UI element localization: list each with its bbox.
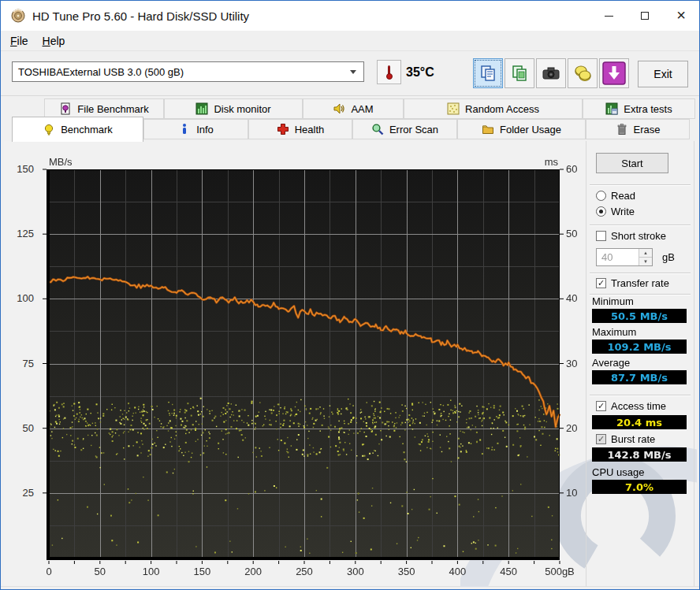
maximum-value: 109.2 MB/s xyxy=(592,340,687,354)
save-results-button[interactable] xyxy=(568,58,598,88)
checkbox-checked-icon: ✓ xyxy=(596,434,606,444)
separator xyxy=(590,184,691,185)
x-tick-label: 300 xyxy=(332,566,379,577)
x-tick-label: 250 xyxy=(281,566,328,577)
health-cross-icon xyxy=(277,123,289,135)
y-left-tick-label: 25 xyxy=(4,487,34,499)
export-button[interactable] xyxy=(599,58,629,88)
burst-rate-checkbox[interactable]: ✓ Burst rate xyxy=(596,433,655,445)
minimum-label: Minimum xyxy=(592,295,634,307)
copy-text-icon xyxy=(478,64,497,83)
separator xyxy=(590,273,691,273)
stepper-arrows[interactable]: ▲▼ xyxy=(639,249,652,265)
access-time-value: 20.4 ms xyxy=(592,415,687,429)
x-tick-label: 400 xyxy=(434,566,481,577)
arrow-down-icon: ▼ xyxy=(639,258,652,265)
screenshot-camera-icon xyxy=(541,63,561,83)
save-results-icon xyxy=(572,63,593,83)
export-download-icon xyxy=(602,61,626,85)
x-tick-label: 50 xyxy=(76,566,124,577)
maximize-icon xyxy=(641,12,649,20)
capacity-value: 40 xyxy=(601,251,612,263)
copy-text-button[interactable] xyxy=(473,58,503,88)
y-left-tick-label: 50 xyxy=(4,422,34,434)
window-title: HD Tune Pro 5.60 - Hard Disk/SSD Utility xyxy=(32,9,249,23)
folder-icon xyxy=(482,123,494,135)
toolbar: TOSHIBAExternal USB 3.0 (500 gB) 35°C xyxy=(1,51,699,96)
app-logo-icon xyxy=(11,9,25,23)
temperature-value: 35°C xyxy=(406,65,434,80)
thermometer-icon xyxy=(387,65,392,80)
minimize-icon xyxy=(605,16,613,17)
y-left-tick-label: 150 xyxy=(4,163,34,175)
controls-panel: Start Read Write Short stroke 40 ▲▼ gB xyxy=(586,141,694,587)
drive-selector-dropdown[interactable]: TOSHIBAExternal USB 3.0 (500 gB) xyxy=(12,61,364,82)
tab-aam[interactable]: AAM xyxy=(303,98,404,119)
tab-error-scan[interactable]: Error Scan xyxy=(352,119,457,139)
start-button[interactable]: Start xyxy=(596,153,668,173)
extra-tests-icon xyxy=(605,102,618,115)
x-tick-label: 100 xyxy=(128,566,175,577)
tab-folder-usage[interactable]: Folder Usage xyxy=(457,119,586,139)
copy-image-icon xyxy=(510,64,529,83)
chevron-down-icon xyxy=(350,70,356,74)
speaker-icon xyxy=(333,102,345,115)
lightbulb-icon xyxy=(43,124,55,136)
exit-button[interactable]: Exit xyxy=(638,61,688,87)
menu-file[interactable]: File xyxy=(3,31,35,50)
x-tick-label: 0 xyxy=(25,566,73,577)
minimum-value: 50.5 MB/s xyxy=(592,309,687,323)
y-left-tick-label: 100 xyxy=(4,292,34,304)
menu-bar: File Help xyxy=(1,31,699,51)
x-tick-label: 450 xyxy=(485,566,532,577)
tab-info[interactable]: Info xyxy=(143,119,248,139)
maximum-label: Maximum xyxy=(592,326,636,338)
maximize-button[interactable] xyxy=(627,1,663,31)
tab-disk-monitor[interactable]: Disk monitor xyxy=(164,98,303,119)
cpu-usage-label: CPU usage xyxy=(592,466,644,478)
transfer-rate-checkbox[interactable]: ✓ Transfer rate xyxy=(596,277,669,289)
separator xyxy=(590,294,691,295)
tab-benchmark[interactable]: Benchmark xyxy=(12,117,143,142)
benchmark-page: 1501251007550256050403020100501001502002… xyxy=(4,141,697,587)
copy-image-button[interactable] xyxy=(505,58,534,88)
tab-strip: File Benchmark Disk monitor AAM Random A… xyxy=(1,96,699,142)
tab-extra-tests[interactable]: Extra tests xyxy=(583,98,695,119)
average-label: Average xyxy=(592,357,630,369)
file-benchmark-icon xyxy=(59,102,72,115)
screenshot-button[interactable] xyxy=(536,58,566,88)
tab-health[interactable]: Health xyxy=(248,119,352,139)
checkbox-checked-icon: ✓ xyxy=(596,278,606,288)
magnifier-icon xyxy=(371,123,384,135)
trash-icon xyxy=(616,123,628,135)
y-left-tick-label: 125 xyxy=(4,228,34,239)
radio-selected-icon xyxy=(596,206,606,217)
x-tick-label: 500gB xyxy=(536,566,583,577)
close-button[interactable]: × xyxy=(663,1,699,31)
minimize-button[interactable] xyxy=(590,1,627,31)
read-radio[interactable]: Read xyxy=(596,190,635,202)
write-radio[interactable]: Write xyxy=(596,206,635,217)
checkbox-icon xyxy=(596,231,606,241)
menu-help[interactable]: Help xyxy=(35,31,73,50)
disk-monitor-icon xyxy=(195,102,208,115)
separator xyxy=(590,224,691,225)
tab-random-access[interactable]: Random Access xyxy=(404,98,583,119)
benchmark-chart xyxy=(39,162,575,569)
y-left-axis-unit: MB/s xyxy=(49,156,73,168)
drive-selector-value: TOSHIBAExternal USB 3.0 (500 gB) xyxy=(18,66,184,78)
random-access-icon xyxy=(447,102,460,115)
average-value: 87.7 MB/s xyxy=(592,370,687,384)
capacity-unit: gB xyxy=(662,251,675,263)
short-stroke-checkbox[interactable]: Short stroke xyxy=(596,230,666,242)
capacity-stepper[interactable]: 40 ▲▼ xyxy=(596,248,653,266)
temperature-button[interactable] xyxy=(377,60,401,84)
y-left-tick-label: 75 xyxy=(4,358,34,369)
access-time-checkbox[interactable]: ✓ Access time xyxy=(596,400,666,412)
close-icon: × xyxy=(676,7,686,23)
app-window: HD Tune Pro 5.60 - Hard Disk/SSD Utility… xyxy=(0,0,700,590)
separator xyxy=(590,395,691,395)
x-tick-label: 200 xyxy=(229,566,277,577)
y-right-axis-unit: ms xyxy=(539,156,558,168)
tab-erase[interactable]: Erase xyxy=(586,119,690,139)
